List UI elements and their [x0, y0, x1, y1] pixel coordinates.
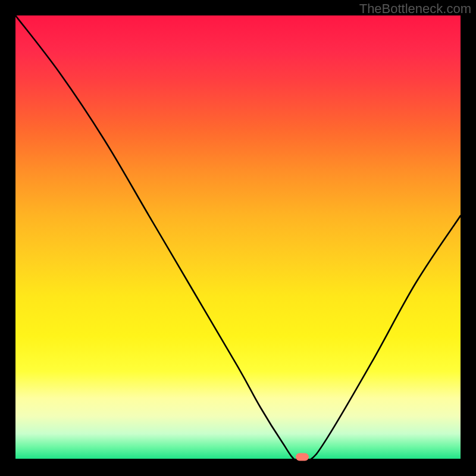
gradient-fill — [15, 15, 461, 461]
watermark-label: TheBottleneck.com — [359, 1, 471, 17]
optimal-marker — [296, 453, 309, 461]
plot-area — [15, 15, 461, 461]
x-axis — [15, 459, 461, 461]
chart-root: TheBottleneck.com — [0, 0, 476, 476]
